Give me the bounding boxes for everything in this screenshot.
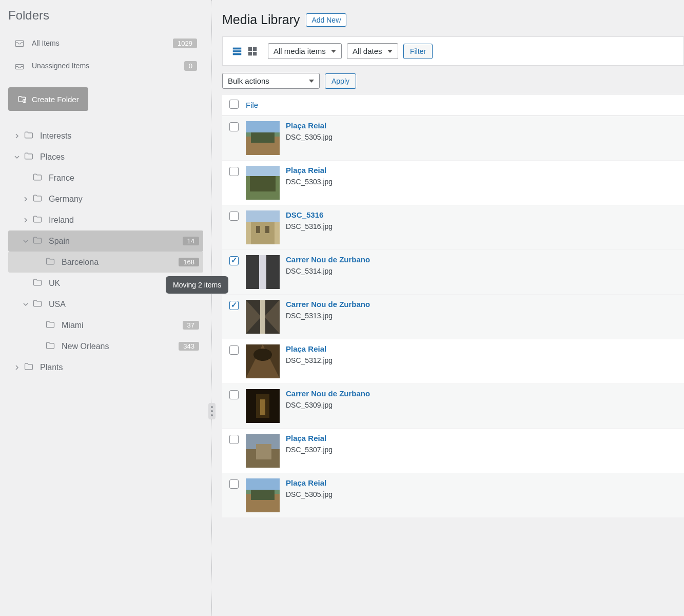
- folder-row-miami[interactable]: Miami37: [8, 315, 203, 336]
- bulk-actions-row: Bulk actions Apply: [222, 73, 684, 89]
- thumbnail[interactable]: [246, 300, 280, 334]
- folder-icon: [32, 214, 43, 226]
- unassigned-label: Unassigned Items: [32, 62, 89, 70]
- folder-row-interests[interactable]: Interests: [8, 125, 203, 146]
- row-checkbox[interactable]: [229, 167, 239, 176]
- folder-row-new-orleans[interactable]: New Orleans343: [8, 336, 203, 357]
- folder-count: 343: [179, 342, 199, 351]
- thumbnail[interactable]: [246, 210, 280, 244]
- list-view-button[interactable]: [230, 44, 244, 59]
- table-row: Plaça ReialDSC_5312.jpg: [222, 339, 684, 384]
- table-row: Plaça ReialDSC_5305.jpg: [222, 473, 684, 518]
- media-filename: DSC_5314.jpg: [286, 267, 370, 275]
- filter-bar: All media items All dates Filter: [222, 36, 684, 66]
- chevron-down-icon[interactable]: [12, 155, 22, 160]
- folder-icon: [24, 151, 34, 163]
- folder-label: Interests: [40, 131, 71, 141]
- folder-icon: [45, 256, 55, 268]
- row-checkbox[interactable]: [229, 479, 239, 489]
- media-title[interactable]: Plaça Reial: [286, 434, 333, 442]
- folder-row-germany[interactable]: Germany: [8, 188, 203, 209]
- svg-rect-13: [246, 121, 280, 132]
- thumbnail[interactable]: [246, 434, 280, 468]
- thumbnail[interactable]: [246, 389, 280, 423]
- add-new-button[interactable]: Add New: [306, 13, 346, 27]
- folders-sidebar: Folders All Items 1029 Unassigned Items …: [0, 0, 212, 616]
- folder-count: 37: [183, 321, 199, 330]
- svg-rect-15: [246, 166, 280, 176]
- svg-rect-8: [248, 51, 252, 55]
- media-title[interactable]: Plaça Reial: [286, 478, 333, 487]
- media-type-filter[interactable]: All media items: [268, 43, 342, 59]
- chevron-right-icon[interactable]: [12, 133, 22, 139]
- thumbnail[interactable]: [246, 344, 280, 378]
- unassigned-items-row[interactable]: Unassigned Items 0: [8, 54, 203, 77]
- chevron-down-icon[interactable]: [21, 239, 30, 244]
- chevron-right-icon[interactable]: [21, 197, 30, 202]
- row-checkbox[interactable]: [229, 301, 239, 310]
- media-filename: DSC_5305.jpg: [286, 490, 333, 498]
- splitter-handle[interactable]: [208, 403, 216, 419]
- folder-icon: [32, 193, 43, 205]
- svg-rect-19: [251, 222, 275, 244]
- folder-icon: [24, 130, 34, 142]
- file-column-header[interactable]: File: [246, 101, 258, 109]
- media-title[interactable]: DSC_5316: [286, 210, 333, 219]
- folder-row-places[interactable]: Places: [8, 146, 203, 167]
- svg-rect-7: [253, 47, 257, 50]
- thumbnail[interactable]: [246, 121, 280, 155]
- table-row: Carrer Nou de ZurbanoDSC_5309.jpg: [222, 384, 684, 429]
- folder-row-plants[interactable]: Plants: [8, 357, 203, 378]
- row-checkbox[interactable]: [229, 390, 239, 399]
- table-row: Plaça ReialDSC_5307.jpg: [222, 429, 684, 473]
- folder-row-spain[interactable]: Spain14: [8, 230, 203, 252]
- svg-point-32: [253, 349, 272, 361]
- apply-button[interactable]: Apply: [325, 73, 356, 89]
- row-checkbox[interactable]: [229, 435, 239, 444]
- folder-row-france[interactable]: France: [8, 167, 203, 188]
- thumbnail[interactable]: [246, 166, 280, 200]
- media-title[interactable]: Carrer Nou de Zurbano: [286, 389, 370, 398]
- folder-row-usa[interactable]: USA: [8, 294, 203, 315]
- row-checkbox[interactable]: [229, 256, 239, 265]
- media-table: File Plaça ReialDSC_5305.jpgPlaça ReialD…: [222, 94, 684, 518]
- svg-rect-3: [233, 47, 242, 49]
- media-title[interactable]: Carrer Nou de Zurbano: [286, 255, 370, 264]
- thumbnail[interactable]: [246, 478, 280, 512]
- media-title[interactable]: Plaça Reial: [286, 166, 333, 175]
- chevron-right-icon[interactable]: [12, 365, 22, 370]
- main-content: Media Library Add New All media items Al…: [212, 0, 684, 616]
- create-folder-button[interactable]: Create Folder: [8, 87, 88, 111]
- sidebar-title: Folders: [8, 8, 203, 23]
- table-row: Plaça ReialDSC_5303.jpg: [222, 161, 684, 205]
- filter-button[interactable]: Filter: [403, 44, 433, 59]
- chevron-down-icon[interactable]: [21, 302, 30, 307]
- table-header: File: [222, 94, 684, 116]
- row-checkbox[interactable]: [229, 122, 239, 131]
- all-items-row[interactable]: All Items 1029: [8, 32, 203, 54]
- media-filename: DSC_5305.jpg: [286, 133, 333, 141]
- folder-icon: [32, 298, 43, 310]
- page-title: Media Library: [222, 12, 300, 27]
- svg-rect-25: [266, 255, 280, 289]
- thumbnail[interactable]: [246, 255, 280, 289]
- svg-rect-21: [265, 226, 269, 233]
- date-filter[interactable]: All dates: [347, 43, 398, 59]
- row-checkbox[interactable]: [229, 345, 239, 355]
- row-checkbox[interactable]: [229, 211, 239, 221]
- folder-row-ireland[interactable]: Ireland: [8, 209, 203, 230]
- chevron-right-icon[interactable]: [21, 218, 30, 223]
- media-title[interactable]: Plaça Reial: [286, 121, 333, 130]
- select-all-checkbox[interactable]: [229, 100, 239, 109]
- svg-rect-35: [260, 399, 265, 415]
- bulk-actions-select[interactable]: Bulk actions: [222, 73, 320, 89]
- media-title[interactable]: Carrer Nou de Zurbano: [286, 300, 370, 309]
- media-title[interactable]: Plaça Reial: [286, 344, 333, 353]
- grid-view-button[interactable]: [245, 44, 260, 59]
- folder-label: New Orleans: [62, 342, 109, 351]
- folder-count: 168: [179, 258, 199, 266]
- list-icon: [231, 46, 243, 57]
- folder-row-barcelona[interactable]: Barcelona168: [8, 252, 203, 273]
- svg-rect-38: [256, 444, 271, 459]
- svg-rect-6: [248, 47, 252, 50]
